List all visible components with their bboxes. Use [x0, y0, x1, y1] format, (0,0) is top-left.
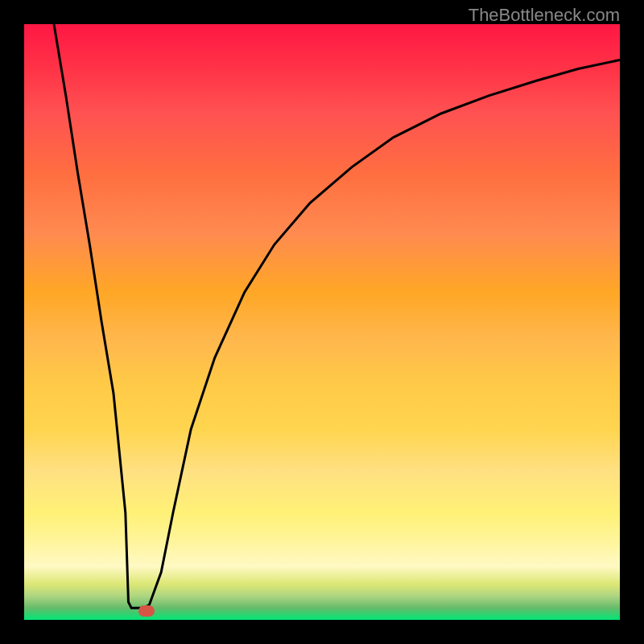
optimal-point-marker [138, 605, 155, 617]
attribution-text: TheBottleneck.com [469, 5, 620, 26]
bottleneck-curve-path [54, 24, 620, 608]
bottleneck-curve-svg [24, 24, 620, 620]
chart-plot-area [24, 24, 620, 620]
